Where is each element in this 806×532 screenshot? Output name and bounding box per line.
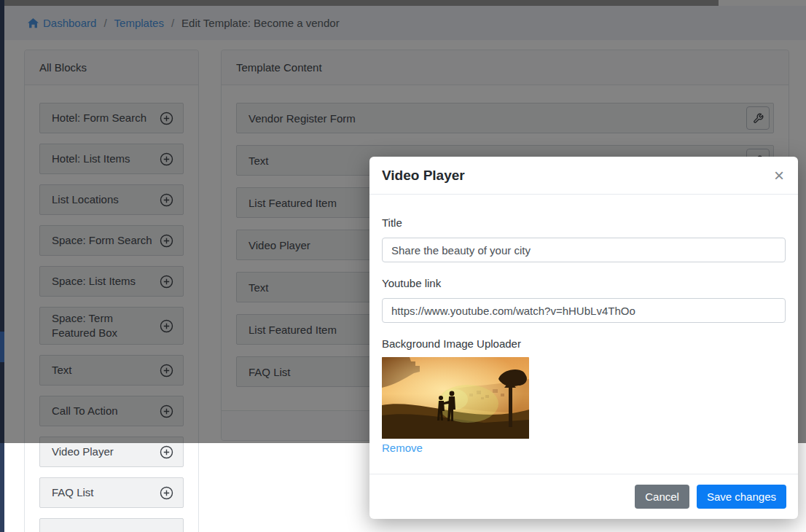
cancel-button[interactable]: Cancel [635,485,689,509]
title-input[interactable] [382,238,786,262]
background-uploader-label: Background Image Uploader [382,337,786,350]
modal-header: Video Player × [369,157,798,195]
add-block-icon[interactable] [160,486,173,500]
block-item[interactable]: FAQ List [39,477,184,508]
block-item-label: FAQ List [52,485,94,500]
youtube-link-input[interactable] [382,298,786,323]
page: Dashboard / Templates / Edit Template: B… [0,0,806,532]
modal-body: Title Youtube link Background Image Uplo… [369,195,798,474]
add-block-icon[interactable] [160,445,173,459]
modal-title: Video Player [382,168,465,184]
block-item-partial[interactable] [39,518,184,532]
remove-image-link[interactable]: Remove [382,442,423,454]
block-item-label: Video Player [52,445,114,459]
video-player-modal: Video Player × Title Youtube link Backgr… [369,157,798,519]
background-image-preview [382,357,529,439]
title-field-label: Title [382,216,786,229]
youtube-field-label: Youtube link [382,277,786,289]
close-icon[interactable]: × [772,167,786,184]
save-changes-button[interactable]: Save changes [697,485,786,509]
modal-footer: Cancel Save changes [369,474,798,519]
